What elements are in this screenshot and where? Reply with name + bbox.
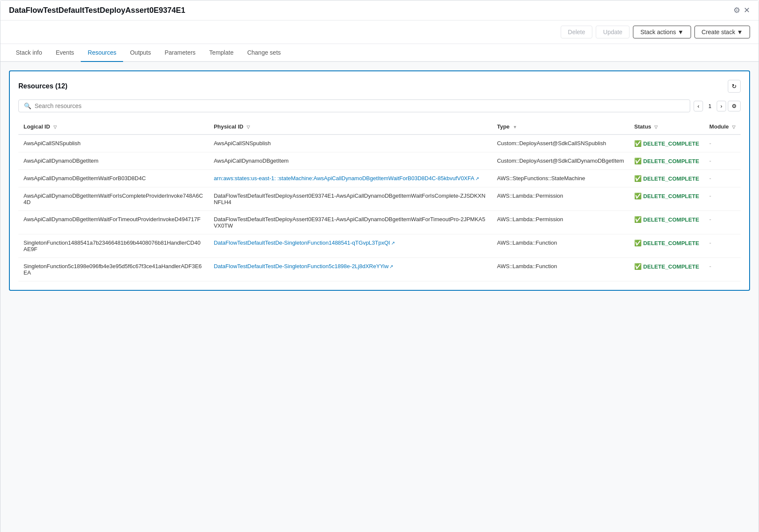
cell-type: Custom::DeployAssert@SdkCallSNSpublish (492, 134, 629, 152)
cell-status: ✅ DELETE_COMPLETE (629, 211, 704, 234)
status-check-icon: ✅ (634, 216, 641, 223)
cell-type: AWS::Lambda::Function (492, 258, 629, 281)
status-check-icon: ✅ (634, 193, 641, 199)
delete-button[interactable]: Delete (561, 26, 592, 38)
cell-physical-id: DataFlowTestDefaultTestDeployAssert0E937… (209, 211, 492, 234)
create-stack-button[interactable]: Create stack ▼ (694, 26, 750, 38)
col-status: Status ▽ (629, 119, 704, 134)
col-module: Module ▽ (704, 119, 741, 134)
tab-outputs[interactable]: Outputs (123, 44, 158, 62)
tab-template[interactable]: Template (203, 44, 241, 62)
cell-physical-id: arn:aws:states:us-east-1: :stateMachine:… (209, 170, 492, 187)
cell-physical-id: AwsApiCallDynamoDBgetItem (209, 152, 492, 170)
physical-id-link[interactable]: arn:aws:states:us-east-1: :stateMachine:… (214, 175, 479, 181)
cell-status: ✅ DELETE_COMPLETE (629, 134, 704, 152)
col-type: Type ▼ (492, 119, 629, 134)
search-bar-container: 🔍 (18, 99, 690, 112)
sort-icon-module[interactable]: ▽ (732, 125, 735, 129)
chevron-down-icon: ▼ (678, 29, 684, 35)
status-check-icon: ✅ (634, 263, 641, 270)
refresh-button[interactable]: ↻ (728, 80, 741, 93)
panel-title: Resources (12) (18, 82, 68, 90)
status-check-icon: ✅ (634, 240, 641, 246)
table-row: SingletonFunction1488541a7b23466481b69b4… (18, 234, 741, 258)
sort-icon-physical-id[interactable]: ▽ (247, 125, 250, 129)
chevron-down-icon: ▼ (737, 29, 743, 35)
cell-module: - (704, 152, 741, 170)
status-check-icon: ✅ (634, 140, 641, 147)
next-page-button[interactable]: › (717, 101, 726, 111)
settings-icon[interactable]: ⚙ (733, 6, 740, 15)
status-badge: ✅ DELETE_COMPLETE (634, 193, 699, 199)
current-page: 1 (705, 101, 715, 111)
cell-physical-id: DataFlowTestDefaultTestDe-SingletonFunct… (209, 258, 492, 281)
cell-logical-id: AwsApiCallDynamoDBgetItemWaitForIsComple… (18, 187, 209, 211)
col-physical-id: Physical ID ▽ (209, 119, 492, 134)
cell-module: - (704, 134, 741, 152)
cell-physical-id: AwsApiCallSNSpublish (209, 134, 492, 152)
cell-logical-id: AwsApiCallSNSpublish (18, 134, 209, 152)
cell-type: AWS::Lambda::Function (492, 234, 629, 258)
table-row: AwsApiCallDynamoDBgetItemWaitForIsComple… (18, 187, 741, 211)
table-row: AwsApiCallSNSpublishAwsApiCallSNSpublish… (18, 134, 741, 152)
cell-status: ✅ DELETE_COMPLETE (629, 170, 704, 187)
table-row: AwsApiCallDynamoDBgetItemAwsApiCallDynam… (18, 152, 741, 170)
table-row: AwsApiCallDynamoDBgetItemWaitForTimeoutP… (18, 211, 741, 234)
cell-type: Custom::DeployAssert@SdkCallDynamoDBgetI… (492, 152, 629, 170)
cell-module: - (704, 258, 741, 281)
physical-id-link[interactable]: DataFlowTestDefaultTestDe-SingletonFunct… (214, 240, 395, 246)
prev-page-button[interactable]: ‹ (694, 101, 703, 111)
sort-icon-logical-id[interactable]: ▽ (53, 125, 57, 129)
cell-logical-id: AwsApiCallDynamoDBgetItemWaitForTimeoutP… (18, 211, 209, 234)
cell-type: AWS::Lambda::Permission (492, 211, 629, 234)
search-pagination-row: 🔍 ‹ 1 › ⚙ (18, 99, 741, 112)
status-badge: ✅ DELETE_COMPLETE (634, 240, 699, 246)
table-header-row: Logical ID ▽ Physical ID ▽ Type ▼ Stat (18, 119, 741, 134)
cell-status: ✅ DELETE_COMPLETE (629, 187, 704, 211)
stack-actions-button[interactable]: Stack actions ▼ (633, 26, 691, 38)
status-check-icon: ✅ (634, 175, 641, 182)
cell-type: AWS::Lambda::Permission (492, 187, 629, 211)
status-badge: ✅ DELETE_COMPLETE (634, 140, 699, 147)
main-content: Resources (12) ↻ 🔍 ‹ 1 › ⚙ (0, 62, 759, 532)
title-bar: DataFlowTestDefaultTestDeployAssert0E937… (0, 0, 759, 20)
sort-icon-status[interactable]: ▽ (654, 125, 658, 129)
tab-events[interactable]: Events (49, 44, 81, 62)
cell-physical-id: DataFlowTestDefaultTestDe-SingletonFunct… (209, 234, 492, 258)
physical-id-link[interactable]: DataFlowTestDefaultTestDe-SingletonFunct… (214, 263, 393, 269)
tab-stack-info[interactable]: Stack info (9, 44, 49, 62)
status-badge: ✅ DELETE_COMPLETE (634, 175, 699, 182)
cell-type: AWS::StepFunctions::StateMachine (492, 170, 629, 187)
panel-header: Resources (12) ↻ (18, 80, 741, 93)
cell-logical-id: SingletonFunction1488541a7b23466481b69b4… (18, 234, 209, 258)
cell-physical-id: DataFlowTestDefaultTestDeployAssert0E937… (209, 187, 492, 211)
close-icon[interactable]: ✕ (744, 6, 750, 15)
tab-parameters[interactable]: Parameters (158, 44, 202, 62)
external-link-icon: ↗ (391, 240, 395, 246)
cell-logical-id: AwsApiCallDynamoDBgetItemWaitForB03D8D4C (18, 170, 209, 187)
external-link-icon: ↗ (475, 176, 479, 181)
search-icon: 🔍 (24, 102, 31, 109)
search-input[interactable] (35, 102, 685, 109)
col-logical-id: Logical ID ▽ (18, 119, 209, 134)
status-badge: ✅ DELETE_COMPLETE (634, 158, 699, 164)
cell-module: - (704, 170, 741, 187)
tabs-bar: Stack info Events Resources Outputs Para… (0, 44, 759, 62)
update-button[interactable]: Update (596, 26, 630, 38)
cell-status: ✅ DELETE_COMPLETE (629, 234, 704, 258)
cell-logical-id: AwsApiCallDynamoDBgetItem (18, 152, 209, 170)
status-badge: ✅ DELETE_COMPLETE (634, 216, 699, 223)
page-title: DataFlowTestDefaultTestDeployAssert0E937… (9, 6, 185, 15)
external-link-icon: ↗ (389, 264, 393, 269)
cell-module: - (704, 187, 741, 211)
cell-module: - (704, 211, 741, 234)
toolbar: Delete Update Stack actions ▼ Create sta… (0, 20, 759, 44)
sort-icon-type[interactable]: ▼ (513, 125, 517, 129)
resources-panel: Resources (12) ↻ 🔍 ‹ 1 › ⚙ (9, 70, 750, 291)
refresh-icon: ↻ (732, 83, 737, 90)
status-badge: ✅ DELETE_COMPLETE (634, 263, 699, 270)
tab-change-sets[interactable]: Change sets (240, 44, 288, 62)
table-settings-button[interactable]: ⚙ (728, 101, 741, 111)
tab-resources[interactable]: Resources (81, 44, 123, 62)
resources-table: Logical ID ▽ Physical ID ▽ Type ▼ Stat (18, 119, 741, 281)
